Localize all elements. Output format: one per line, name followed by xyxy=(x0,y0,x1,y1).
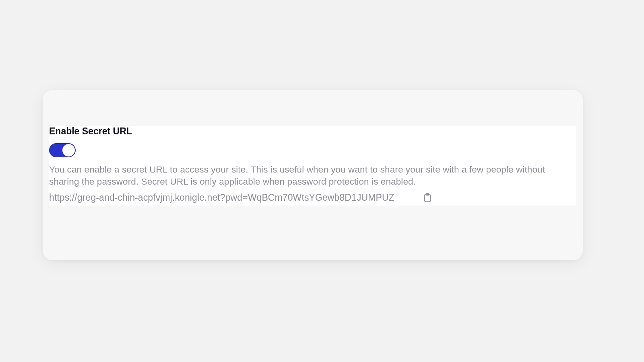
section-title: Enable Secret URL xyxy=(49,126,576,137)
secret-url-panel: Enable Secret URL You can enable a secre… xyxy=(49,126,576,206)
toggle-row xyxy=(49,143,576,157)
secret-url-row: https://greg-and-chin-acpfvjmj.konigle.n… xyxy=(49,192,576,206)
enable-secret-url-toggle[interactable] xyxy=(49,143,76,157)
copy-url-button[interactable] xyxy=(423,193,432,202)
settings-card: Enable Secret URL You can enable a secre… xyxy=(43,90,583,260)
secret-url-value: https://greg-and-chin-acpfvjmj.konigle.n… xyxy=(49,192,394,203)
clipboard-icon xyxy=(423,193,432,203)
section-description: You can enable a secret URL to access yo… xyxy=(49,164,576,188)
